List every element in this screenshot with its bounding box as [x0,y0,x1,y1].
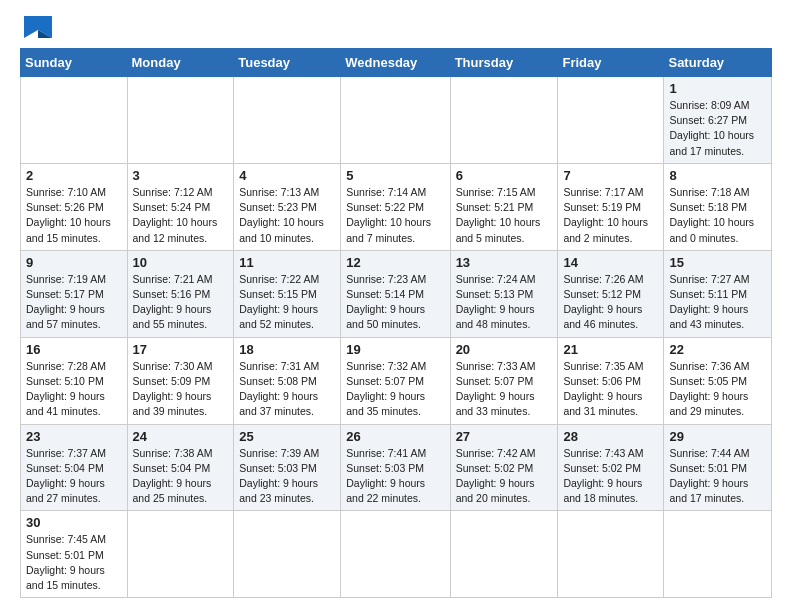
day-info: Sunrise: 7:14 AM Sunset: 5:22 PM Dayligh… [346,185,444,246]
calendar-day-cell: 15Sunrise: 7:27 AM Sunset: 5:11 PM Dayli… [664,250,772,337]
day-info: Sunrise: 7:43 AM Sunset: 5:02 PM Dayligh… [563,446,658,507]
calendar-day-cell: 27Sunrise: 7:42 AM Sunset: 5:02 PM Dayli… [450,424,558,511]
day-info: Sunrise: 7:12 AM Sunset: 5:24 PM Dayligh… [133,185,229,246]
calendar-day-cell: 29Sunrise: 7:44 AM Sunset: 5:01 PM Dayli… [664,424,772,511]
day-number: 5 [346,168,444,183]
calendar-day-cell [234,511,341,598]
day-number: 20 [456,342,553,357]
calendar-week-row: 2Sunrise: 7:10 AM Sunset: 5:26 PM Daylig… [21,163,772,250]
calendar-day-cell [234,77,341,164]
day-number: 3 [133,168,229,183]
day-number: 6 [456,168,553,183]
calendar-day-cell: 4Sunrise: 7:13 AM Sunset: 5:23 PM Daylig… [234,163,341,250]
calendar-table: SundayMondayTuesdayWednesdayThursdayFrid… [20,48,772,598]
calendar-day-cell: 8Sunrise: 7:18 AM Sunset: 5:18 PM Daylig… [664,163,772,250]
calendar-day-cell: 6Sunrise: 7:15 AM Sunset: 5:21 PM Daylig… [450,163,558,250]
day-info: Sunrise: 7:21 AM Sunset: 5:16 PM Dayligh… [133,272,229,333]
day-info: Sunrise: 7:24 AM Sunset: 5:13 PM Dayligh… [456,272,553,333]
calendar-day-cell: 11Sunrise: 7:22 AM Sunset: 5:15 PM Dayli… [234,250,341,337]
calendar-day-cell: 17Sunrise: 7:30 AM Sunset: 5:09 PM Dayli… [127,337,234,424]
day-number: 29 [669,429,766,444]
day-info: Sunrise: 7:32 AM Sunset: 5:07 PM Dayligh… [346,359,444,420]
calendar-day-cell [450,511,558,598]
calendar-header-wednesday: Wednesday [341,49,450,77]
calendar-day-cell: 30Sunrise: 7:45 AM Sunset: 5:01 PM Dayli… [21,511,128,598]
day-number: 13 [456,255,553,270]
calendar-page: SundayMondayTuesdayWednesdayThursdayFrid… [0,0,792,612]
day-number: 21 [563,342,658,357]
calendar-day-cell [127,511,234,598]
calendar-day-cell: 10Sunrise: 7:21 AM Sunset: 5:16 PM Dayli… [127,250,234,337]
calendar-day-cell: 24Sunrise: 7:38 AM Sunset: 5:04 PM Dayli… [127,424,234,511]
calendar-header-tuesday: Tuesday [234,49,341,77]
day-info: Sunrise: 7:23 AM Sunset: 5:14 PM Dayligh… [346,272,444,333]
day-info: Sunrise: 7:31 AM Sunset: 5:08 PM Dayligh… [239,359,335,420]
day-info: Sunrise: 7:41 AM Sunset: 5:03 PM Dayligh… [346,446,444,507]
day-number: 24 [133,429,229,444]
calendar-day-cell: 16Sunrise: 7:28 AM Sunset: 5:10 PM Dayli… [21,337,128,424]
logo-text [20,16,52,38]
day-info: Sunrise: 7:37 AM Sunset: 5:04 PM Dayligh… [26,446,122,507]
page-header [20,16,772,38]
day-info: Sunrise: 7:36 AM Sunset: 5:05 PM Dayligh… [669,359,766,420]
day-info: Sunrise: 7:33 AM Sunset: 5:07 PM Dayligh… [456,359,553,420]
calendar-day-cell: 3Sunrise: 7:12 AM Sunset: 5:24 PM Daylig… [127,163,234,250]
day-number: 16 [26,342,122,357]
day-info: Sunrise: 7:10 AM Sunset: 5:26 PM Dayligh… [26,185,122,246]
calendar-day-cell: 7Sunrise: 7:17 AM Sunset: 5:19 PM Daylig… [558,163,664,250]
calendar-day-cell [664,511,772,598]
calendar-day-cell: 1Sunrise: 8:09 AM Sunset: 6:27 PM Daylig… [664,77,772,164]
calendar-header-sunday: Sunday [21,49,128,77]
day-number: 18 [239,342,335,357]
day-number: 12 [346,255,444,270]
day-number: 2 [26,168,122,183]
day-info: Sunrise: 7:17 AM Sunset: 5:19 PM Dayligh… [563,185,658,246]
calendar-day-cell: 20Sunrise: 7:33 AM Sunset: 5:07 PM Dayli… [450,337,558,424]
calendar-day-cell [558,77,664,164]
calendar-day-cell: 21Sunrise: 7:35 AM Sunset: 5:06 PM Dayli… [558,337,664,424]
calendar-day-cell [21,77,128,164]
calendar-header-friday: Friday [558,49,664,77]
day-number: 7 [563,168,658,183]
calendar-day-cell: 19Sunrise: 7:32 AM Sunset: 5:07 PM Dayli… [341,337,450,424]
calendar-day-cell [558,511,664,598]
day-number: 19 [346,342,444,357]
calendar-header-thursday: Thursday [450,49,558,77]
day-number: 4 [239,168,335,183]
day-info: Sunrise: 7:22 AM Sunset: 5:15 PM Dayligh… [239,272,335,333]
day-info: Sunrise: 7:42 AM Sunset: 5:02 PM Dayligh… [456,446,553,507]
day-number: 17 [133,342,229,357]
calendar-header-row: SundayMondayTuesdayWednesdayThursdayFrid… [21,49,772,77]
day-info: Sunrise: 7:35 AM Sunset: 5:06 PM Dayligh… [563,359,658,420]
calendar-week-row: 30Sunrise: 7:45 AM Sunset: 5:01 PM Dayli… [21,511,772,598]
calendar-day-cell: 13Sunrise: 7:24 AM Sunset: 5:13 PM Dayli… [450,250,558,337]
day-info: Sunrise: 7:15 AM Sunset: 5:21 PM Dayligh… [456,185,553,246]
day-number: 28 [563,429,658,444]
day-info: Sunrise: 7:19 AM Sunset: 5:17 PM Dayligh… [26,272,122,333]
calendar-header-monday: Monday [127,49,234,77]
day-info: Sunrise: 7:30 AM Sunset: 5:09 PM Dayligh… [133,359,229,420]
day-info: Sunrise: 7:39 AM Sunset: 5:03 PM Dayligh… [239,446,335,507]
day-number: 9 [26,255,122,270]
day-number: 25 [239,429,335,444]
calendar-day-cell: 28Sunrise: 7:43 AM Sunset: 5:02 PM Dayli… [558,424,664,511]
calendar-header-saturday: Saturday [664,49,772,77]
logo-icon [24,16,52,38]
calendar-day-cell: 14Sunrise: 7:26 AM Sunset: 5:12 PM Dayli… [558,250,664,337]
day-info: Sunrise: 7:38 AM Sunset: 5:04 PM Dayligh… [133,446,229,507]
day-info: Sunrise: 7:45 AM Sunset: 5:01 PM Dayligh… [26,532,122,593]
day-number: 26 [346,429,444,444]
day-number: 27 [456,429,553,444]
calendar-week-row: 9Sunrise: 7:19 AM Sunset: 5:17 PM Daylig… [21,250,772,337]
calendar-week-row: 1Sunrise: 8:09 AM Sunset: 6:27 PM Daylig… [21,77,772,164]
day-number: 11 [239,255,335,270]
calendar-day-cell [127,77,234,164]
calendar-day-cell: 25Sunrise: 7:39 AM Sunset: 5:03 PM Dayli… [234,424,341,511]
calendar-week-row: 16Sunrise: 7:28 AM Sunset: 5:10 PM Dayli… [21,337,772,424]
day-info: Sunrise: 7:44 AM Sunset: 5:01 PM Dayligh… [669,446,766,507]
calendar-day-cell: 26Sunrise: 7:41 AM Sunset: 5:03 PM Dayli… [341,424,450,511]
logo [20,16,52,38]
day-info: Sunrise: 7:28 AM Sunset: 5:10 PM Dayligh… [26,359,122,420]
calendar-day-cell: 23Sunrise: 7:37 AM Sunset: 5:04 PM Dayli… [21,424,128,511]
calendar-day-cell: 9Sunrise: 7:19 AM Sunset: 5:17 PM Daylig… [21,250,128,337]
